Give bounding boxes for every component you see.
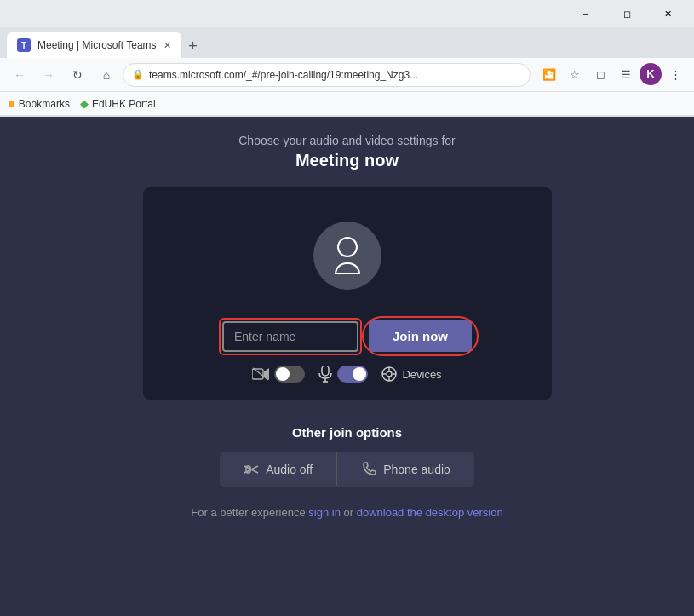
svg-marker-2 bbox=[264, 368, 269, 380]
audio-off-label: Audio off bbox=[266, 463, 313, 476]
active-tab[interactable]: T Meeting | Microsoft Teams ✕ bbox=[7, 32, 181, 58]
avatar-body bbox=[335, 262, 360, 274]
footer-text: For a better experience sign in or downl… bbox=[191, 506, 502, 519]
bookmarks-bar: ■ Bookmarks ◆ EdUHK Portal bbox=[0, 92, 694, 116]
menu-button[interactable]: ⋮ bbox=[663, 63, 687, 87]
bookmark-eduhk[interactable]: ◆ EdUHK Portal bbox=[80, 97, 156, 110]
devices-button[interactable]: Devices bbox=[381, 366, 441, 382]
sign-in-link[interactable]: sign in bbox=[308, 506, 341, 519]
close-button[interactable]: ✕ bbox=[648, 0, 687, 27]
video-toggle[interactable] bbox=[274, 366, 305, 383]
refresh-button[interactable]: ↻ bbox=[65, 62, 90, 88]
name-input-wrapper bbox=[222, 321, 358, 352]
audio-off-button[interactable]: Audio off bbox=[220, 452, 336, 487]
back-button[interactable]: ← bbox=[7, 62, 32, 88]
profile-button[interactable]: K bbox=[640, 63, 662, 85]
svg-rect-3 bbox=[322, 366, 329, 376]
tab-bar: T Meeting | Microsoft Teams ✕ + bbox=[0, 27, 694, 58]
window-controls: – ◻ ✕ bbox=[566, 0, 687, 27]
meeting-title: Meeting now bbox=[295, 151, 399, 170]
eduhk-label: EdUHK Portal bbox=[92, 98, 156, 110]
star-icon-button[interactable]: ☆ bbox=[563, 63, 587, 87]
video-toggle-group bbox=[252, 366, 305, 383]
mic-icon[interactable] bbox=[318, 366, 332, 383]
other-options-title: Other join options bbox=[220, 425, 474, 440]
teams-favicon: T bbox=[17, 38, 31, 52]
avatar-circle bbox=[313, 222, 381, 290]
navigation-bar: ← → ↻ ⌂ 🔒 teams.microsoft.com/_#/pre-joi… bbox=[0, 58, 694, 92]
footer-text-before: For a better experience bbox=[191, 506, 308, 519]
footer-text-mid: or bbox=[344, 506, 357, 519]
join-row: Join now bbox=[160, 320, 535, 352]
tab-title: Meeting | Microsoft Teams bbox=[37, 39, 157, 51]
nav-icons: 🎦 ☆ ◻ ☰ K ⋮ bbox=[537, 63, 687, 87]
video-preview-container: Join now bbox=[143, 187, 552, 400]
address-bar[interactable]: 🔒 teams.microsoft.com/_#/pre-join-callin… bbox=[123, 63, 531, 87]
join-now-button[interactable]: Join now bbox=[369, 320, 472, 352]
phone-audio-button[interactable]: Phone audio bbox=[337, 452, 474, 487]
controls-row: Devices bbox=[252, 366, 441, 383]
svg-point-7 bbox=[387, 371, 392, 377]
bookmark-bookmarks[interactable]: ■ Bookmarks bbox=[9, 97, 70, 110]
title-bar: – ◻ ✕ bbox=[0, 0, 694, 27]
tab-close-button[interactable]: ✕ bbox=[163, 40, 171, 51]
devices-label: Devices bbox=[402, 368, 441, 381]
forward-button[interactable]: → bbox=[36, 62, 61, 88]
collections-icon-button[interactable]: ☰ bbox=[614, 63, 638, 87]
home-button[interactable]: ⌂ bbox=[94, 62, 119, 88]
eduhk-icon: ◆ bbox=[80, 97, 89, 110]
minimize-button[interactable]: – bbox=[566, 0, 605, 27]
join-button-wrapper: Join now bbox=[369, 320, 472, 352]
main-content: Choose your audio and video settings for… bbox=[0, 117, 694, 616]
video-icon-button[interactable]: 🎦 bbox=[537, 63, 561, 87]
bookmarks-icon: ■ bbox=[9, 97, 15, 110]
avatar-head bbox=[337, 237, 358, 257]
download-link[interactable]: download the desktop version bbox=[357, 506, 503, 519]
address-text: teams.microsoft.com/_#/pre-join-calling/… bbox=[149, 69, 521, 81]
new-tab-button[interactable]: + bbox=[181, 34, 205, 58]
options-row: Audio off Phone audio bbox=[220, 452, 474, 487]
other-join-options: Other join options Audio off Phone audio bbox=[220, 425, 474, 487]
mic-toggle-thumb bbox=[353, 367, 366, 381]
name-input[interactable] bbox=[222, 321, 358, 352]
maximize-button[interactable]: ◻ bbox=[607, 0, 646, 27]
subtitle-text: Choose your audio and video settings for bbox=[238, 134, 456, 147]
avatar-area bbox=[160, 204, 535, 307]
video-off-icon[interactable] bbox=[252, 367, 269, 381]
extensions-icon-button[interactable]: ◻ bbox=[588, 63, 612, 87]
mic-toggle-group bbox=[318, 366, 368, 383]
mic-toggle[interactable] bbox=[337, 366, 368, 383]
lock-icon: 🔒 bbox=[132, 69, 144, 80]
video-toggle-thumb bbox=[276, 367, 290, 381]
bookmarks-label: Bookmarks bbox=[19, 98, 70, 110]
phone-audio-label: Phone audio bbox=[383, 463, 450, 476]
